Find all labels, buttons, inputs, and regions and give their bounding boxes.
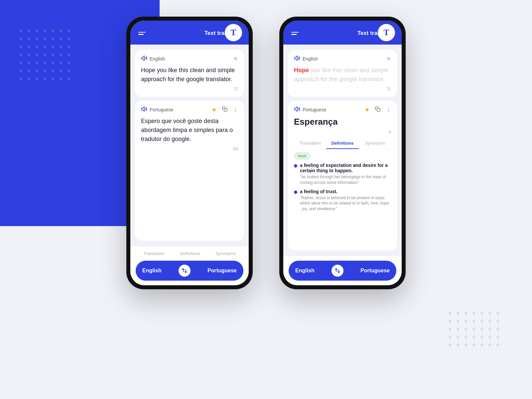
phone-2: Text translate T: [279, 17, 406, 289]
more-icon-2[interactable]: ⋮: [386, 107, 391, 113]
phone2-source-text: Hope you like this clean and simple appr…: [294, 66, 391, 84]
phone2-logo: T: [378, 24, 395, 41]
phone1-lang-switcher: English Portuguese: [136, 261, 243, 281]
phone1-bottom-tabs: Translation Definitions Synonyms: [136, 251, 243, 256]
close-source-icon-2[interactable]: ✕: [386, 55, 391, 63]
phone2-tabs-row: Translation Definitions Synonyms: [294, 138, 391, 149]
phone1-source-language-label: English: [150, 56, 165, 62]
hamburger-menu-icon[interactable]: [138, 32, 146, 35]
definition-dot-1: [294, 164, 297, 168]
logo-letter-2: T: [383, 28, 389, 38]
phone1-source-text: Hope you like this clean and simple appr…: [141, 66, 238, 84]
phone1-source-lang: English: [141, 56, 165, 62]
definition-dot-2: [294, 191, 297, 194]
phone1-translation-card: Portuguese ★ ⋮: [135, 101, 244, 241]
close-source-icon[interactable]: ✕: [233, 55, 238, 63]
phone2-lang-switcher: English Portuguese: [289, 261, 396, 281]
logo-letter: T: [230, 28, 236, 38]
phone-1: Text translate T: [126, 17, 253, 289]
phones-wrapper: Text translate T: [0, 17, 532, 289]
phone2-trans-lang: Portuguese: [294, 106, 327, 113]
sound-icon-2[interactable]: [294, 56, 300, 62]
phone2-content: English ✕ Hope you like this clean and s…: [283, 45, 402, 256]
phone1-header: Text translate T: [130, 21, 249, 45]
phone1-source-card: English ✕ Hope you like this clean and s…: [135, 50, 244, 97]
tab-definitions-1[interactable]: Definitions: [180, 251, 200, 256]
phone1-source-charcount: 72: [141, 86, 238, 91]
pos-badge: noun: [294, 153, 310, 159]
phone2-source-charcount: 72: [294, 86, 391, 91]
phone1-bottom-bar: Translation Definitions Synonyms English…: [130, 246, 249, 285]
sound-icon-trans-2[interactable]: [294, 106, 300, 113]
definition-text-1: a feeling of expectation and desire for …: [300, 163, 391, 173]
phone2-source-lang: English: [294, 56, 318, 62]
more-icon[interactable]: ⋮: [233, 107, 238, 113]
phone2-lang-from[interactable]: English: [295, 268, 315, 274]
tab-synonyms-2[interactable]: Synonyms: [359, 138, 391, 149]
definition-example-1: "he looked through her belongings in the…: [300, 174, 391, 186]
phone1-lang-to[interactable]: Portuguese: [207, 268, 237, 274]
definition-example-2: "Rather, Jesus is believed to be present…: [300, 195, 391, 212]
sound-icon[interactable]: [141, 56, 147, 62]
phone2-header: Text translate T: [283, 21, 402, 45]
hamburger-menu-icon-2[interactable]: [291, 32, 299, 35]
phone1-trans-language-label: Portuguese: [150, 107, 174, 112]
definition-text-2: a feeling of trust.: [300, 189, 391, 194]
tab-translation-2[interactable]: Translation: [294, 138, 326, 149]
phone2-source-card: English ✕ Hope you like this clean and s…: [288, 50, 397, 97]
phone1-lang-from[interactable]: English: [142, 268, 162, 274]
svg-rect-1: [377, 108, 380, 111]
phone2-bottom-bar: English Portuguese: [283, 256, 402, 285]
tab-definitions-2[interactable]: Definitions: [326, 138, 358, 149]
main-word-title: Esperança: [294, 117, 391, 127]
definition-item-2: a feeling of trust. "Rather, Jesus is be…: [294, 189, 391, 212]
phone1-content: English ✕ Hope you like this clean and s…: [130, 45, 249, 246]
phone1-trans-text: Espero que você goste desta abordagem li…: [141, 117, 238, 144]
sound-icon-trans[interactable]: [141, 106, 147, 113]
phone1-logo: T: [225, 24, 242, 41]
copy-icon-2[interactable]: [375, 106, 380, 113]
hope-highlight: Hope: [294, 67, 309, 73]
tab-synonyms-1[interactable]: Synonyms: [215, 251, 236, 256]
svg-rect-0: [224, 108, 227, 111]
dots-decoration-right: [449, 312, 499, 346]
phone1-trans-charcount: 80: [141, 146, 238, 151]
definition-item-1: a feeling of expectation and desire for …: [294, 163, 391, 186]
phone1-trans-lang: Portuguese: [141, 106, 174, 113]
phone2-lang-to[interactable]: Portuguese: [360, 268, 390, 274]
phone2-translation-card: Portuguese ★ ⋮: [288, 101, 397, 250]
copy-icon[interactable]: [222, 106, 227, 113]
swap-languages-button[interactable]: [179, 265, 191, 277]
swap-languages-button-2[interactable]: [332, 265, 343, 277]
star-icon-2[interactable]: ★: [364, 106, 370, 113]
phone2-trans-language-label: Portuguese: [303, 107, 327, 112]
phone2-source-language-label: English: [303, 56, 318, 62]
star-icon[interactable]: ★: [211, 106, 217, 113]
tab-translation-1[interactable]: Translation: [143, 251, 165, 256]
phone2-trans-charcount: 9: [294, 130, 391, 135]
